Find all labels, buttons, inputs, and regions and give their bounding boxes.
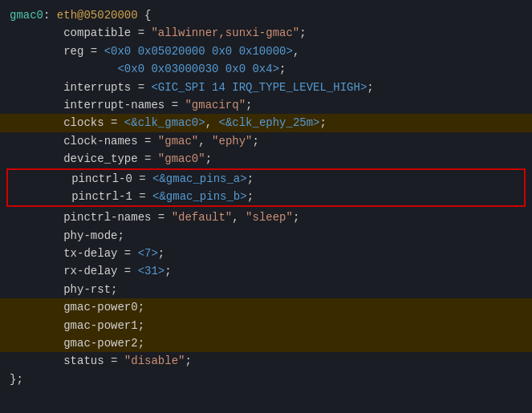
token: pinctrl-1 = xyxy=(18,188,152,205)
code-line-6: interrupt-names = "gmacirq"; xyxy=(0,96,532,114)
token: ; xyxy=(367,79,373,96)
token: pinctrl-names = xyxy=(10,209,172,226)
token: <GIC_SPI 14 IRQ_TYPE_LEVEL_HIGH> xyxy=(151,79,367,96)
code-line-16: phy-rst; xyxy=(0,281,532,298)
token: <&clk_gmac0> xyxy=(124,114,205,132)
token: clock-names = xyxy=(10,132,158,150)
token: "default" xyxy=(172,209,233,226)
token: , xyxy=(232,209,246,226)
token: rx-delay = xyxy=(10,262,138,280)
token: <&clk_ephy_25m> xyxy=(218,114,319,132)
code-line-10: pinctrl-0 = <&gmac_pins_a>; xyxy=(8,170,524,188)
token: "disable" xyxy=(124,352,185,370)
token xyxy=(10,60,117,78)
token: <0x0 0x05020000 0x0 0x10000> xyxy=(104,43,293,60)
code-line-1: gmac0: eth@05020000 { xyxy=(0,6,532,24)
token: ; xyxy=(185,352,191,370)
code-line-19: gmac-power2; xyxy=(0,334,532,352)
token: clocks = xyxy=(10,114,124,132)
token: gmac-power0; xyxy=(10,298,144,316)
code-line-17: gmac-power0; xyxy=(0,298,532,316)
token: status = xyxy=(10,352,124,370)
code-line-8: clock-names = "gmac", "ephy"; xyxy=(0,132,532,150)
token: phy-mode; xyxy=(10,227,124,245)
token: ; xyxy=(279,60,286,78)
token: ; xyxy=(158,245,164,262)
token: ; xyxy=(164,262,171,280)
token: }; xyxy=(10,370,23,388)
token: <7> xyxy=(138,245,158,262)
token: device_type = xyxy=(10,150,158,168)
code-line-4: <0x0 0x03000030 0x0 0x4>; xyxy=(0,60,532,78)
code-line-14: tx-delay = <7>; xyxy=(0,245,532,262)
token: "sleep" xyxy=(246,209,293,226)
token: reg = xyxy=(10,43,104,60)
code-line-11: pinctrl-1 = <&gmac_pins_b>; xyxy=(8,188,524,205)
code-editor: gmac0: eth@05020000 { compatible = "allw… xyxy=(0,0,532,413)
token: "allwinner,sunxi-gmac" xyxy=(151,24,299,42)
token: ; xyxy=(247,170,254,188)
red-highlight-box: pinctrl-0 = <&gmac_pins_a>; pinctrl-1 = … xyxy=(6,168,526,208)
token: interrupt-names = xyxy=(10,96,185,114)
token: "gmac0" xyxy=(158,150,205,168)
token: , xyxy=(293,43,299,60)
token: ; xyxy=(299,24,306,42)
token: "ephy" xyxy=(212,132,252,150)
code-line-3: reg = <0x0 0x05020000 0x0 0x10000>, xyxy=(0,43,532,60)
code-line-12: pinctrl-names = "default", "sleep"; xyxy=(0,209,532,226)
token: "gmac" xyxy=(158,132,198,150)
token: gmac-power2; xyxy=(10,334,144,352)
token: <31> xyxy=(138,262,165,280)
token: gmac-power1; xyxy=(10,317,144,334)
token: { xyxy=(138,6,152,24)
token: tx-delay = xyxy=(10,245,138,262)
token: pinctrl-0 = xyxy=(18,170,152,188)
token: , xyxy=(205,114,219,132)
token: <&gmac_pins_a> xyxy=(152,170,247,188)
token: eth@05020000 xyxy=(57,6,138,24)
token: : xyxy=(43,6,57,24)
token: ; xyxy=(247,188,254,205)
code-line-21: }; xyxy=(0,370,532,388)
token: compatible = xyxy=(10,24,151,42)
token: interrupts = xyxy=(10,79,151,96)
code-line-5: interrupts = <GIC_SPI 14 IRQ_TYPE_LEVEL_… xyxy=(0,79,532,96)
token: <0x0 0x03000030 0x0 0x4> xyxy=(117,60,279,78)
code-line-13: phy-mode; xyxy=(0,227,532,245)
code-line-2: compatible = "allwinner,sunxi-gmac"; xyxy=(0,24,532,42)
token: ; xyxy=(293,209,299,226)
code-line-15: rx-delay = <31>; xyxy=(0,262,532,280)
token: ; xyxy=(205,150,212,168)
token: <&gmac_pins_b> xyxy=(152,188,247,205)
token: ; xyxy=(253,132,259,150)
token: ; xyxy=(320,114,327,132)
code-line-7: clocks = <&clk_gmac0>, <&clk_ephy_25m>; xyxy=(0,114,532,132)
code-line-18: gmac-power1; xyxy=(0,317,532,334)
token: gmac0 xyxy=(10,6,43,24)
token: ; xyxy=(246,96,252,114)
code-line-9: device_type = "gmac0"; xyxy=(0,150,532,168)
code-line-20: status = "disable"; xyxy=(0,352,532,370)
token: , xyxy=(198,132,212,150)
token: "gmacirq" xyxy=(185,96,246,114)
token: phy-rst; xyxy=(10,281,117,298)
